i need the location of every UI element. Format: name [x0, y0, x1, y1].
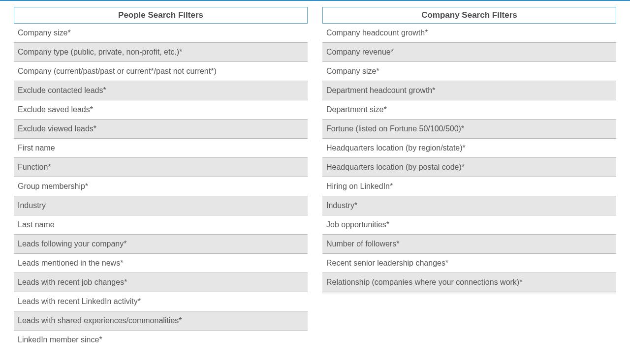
panel-shadow — [322, 292, 616, 295]
filter-row: Exclude viewed leads* — [14, 120, 308, 139]
filter-row: Industry — [14, 196, 308, 215]
people-panel-title: People Search Filters — [14, 7, 308, 24]
filter-row: Leads with recent job changes* — [14, 273, 308, 292]
filter-row: Number of followers* — [322, 235, 616, 254]
filter-row: Headquarters location (by region/state)* — [322, 139, 616, 158]
filter-row: Job opportunities* — [322, 215, 616, 235]
filter-row: Leads following your company* — [14, 235, 308, 254]
filter-row: First name — [14, 139, 308, 158]
people-filters-panel: People Search Filters Company size* Comp… — [14, 7, 308, 364]
filter-row: Company size* — [322, 62, 616, 81]
filter-row: Relationship (companies where your conne… — [322, 273, 616, 292]
filter-row: Exclude contacted leads* — [14, 81, 308, 100]
filter-row: Function* — [14, 158, 308, 177]
filter-row: Exclude saved leads* — [14, 100, 308, 120]
filter-row: Leads with recent LinkedIn activity* — [14, 292, 308, 311]
filter-row: Leads with shared experiences/commonalit… — [14, 311, 308, 331]
filter-row: Recent senior leadership changes* — [322, 254, 616, 273]
filter-row: Hiring on LinkedIn* — [322, 177, 616, 196]
filter-row: Leads mentioned in the news* — [14, 254, 308, 273]
filter-row: Department size* — [322, 100, 616, 120]
two-column-layout: People Search Filters Company size* Comp… — [0, 0, 630, 364]
filter-row: Industry* — [322, 196, 616, 215]
filter-row: Department headcount growth* — [322, 81, 616, 100]
company-filters-panel: Company Search Filters Company headcount… — [322, 7, 616, 364]
company-panel-title: Company Search Filters — [322, 7, 616, 24]
filter-row: Group membership* — [14, 177, 308, 196]
filter-row: Company type (public, private, non-profi… — [14, 43, 308, 62]
filter-row: Company revenue* — [322, 43, 616, 62]
filter-row: Company size* — [14, 24, 308, 43]
filter-row: Last name — [14, 215, 308, 235]
filter-row: Headquarters location (by postal code)* — [322, 158, 616, 177]
filter-row: Company headcount growth* — [322, 24, 616, 43]
filter-row: Company (current/past/past or current*/p… — [14, 62, 308, 81]
filter-row: LinkedIn member since* — [14, 331, 308, 349]
filter-row: Fortune (listed on Fortune 50/100/500)* — [322, 120, 616, 139]
